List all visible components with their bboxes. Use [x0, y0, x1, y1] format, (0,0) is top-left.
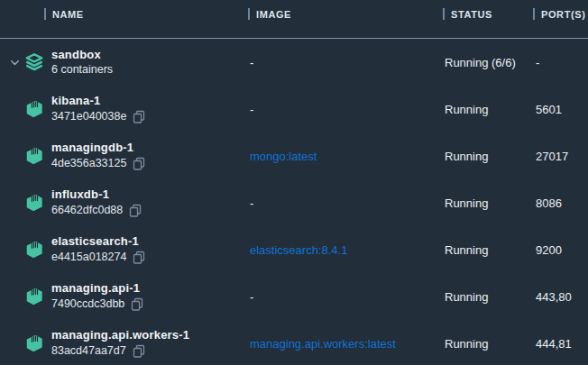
container-subtext: 66462dfc0d88 — [51, 205, 123, 216]
ports-value: 27017 — [536, 150, 568, 163]
container-name: sandbox — [51, 49, 113, 60]
copy-button[interactable] — [133, 110, 145, 123]
container-name: managingdb-1 — [51, 141, 145, 153]
table-header: NAME IMAGE STATUS PORT(S) — [0, 0, 588, 39]
status-cell: Running — [437, 196, 528, 210]
copy-icon — [131, 297, 143, 311]
ports-cell: 5601 — [528, 103, 588, 116]
image-cell: - — [242, 56, 437, 69]
copy-icon — [133, 344, 145, 358]
column-header-name-label: NAME — [52, 9, 84, 20]
image-cell: managing.api.workers:latest — [242, 337, 437, 351]
table-body: sandbox 6 containers - Running (6/6) - — [0, 39, 588, 365]
status-value: Running — [445, 196, 488, 210]
image-value: - — [250, 103, 253, 116]
column-divider — [533, 8, 535, 20]
ports-cell: 9200 — [528, 243, 588, 257]
name-cell: managingdb-1 4de356a33125 — [0, 141, 242, 170]
row-icon-slot — [24, 240, 44, 260]
container-subtext: 4de356a33125 — [51, 158, 126, 169]
column-header-image: IMAGE — [242, 0, 437, 20]
name-cell: managing.api.workers-1 83acd47aa7d7 — [0, 329, 242, 358]
status-value: Running — [445, 337, 488, 351]
column-divider — [443, 8, 445, 20]
container-icon — [24, 287, 44, 306]
containers-table: NAME IMAGE STATUS PORT(S) sandbox — [0, 0, 588, 365]
image-link[interactable]: elasticsearch:8.4.1 — [250, 243, 347, 257]
image-link[interactable]: mongo:latest — [250, 150, 317, 163]
copy-button[interactable] — [133, 344, 145, 358]
row-icon-slot — [24, 287, 44, 306]
ports-value: 9200 — [536, 243, 562, 257]
column-header-image-label: IMAGE — [256, 9, 291, 20]
copy-button[interactable] — [133, 157, 145, 170]
copy-icon — [133, 251, 145, 264]
table-row-sandbox[interactable]: sandbox 6 containers - Running (6/6) - — [0, 39, 588, 86]
copy-button[interactable] — [131, 297, 143, 311]
container-icon — [24, 193, 44, 213]
stack-icon — [24, 52, 44, 72]
container-subtext: 83acd47aa7d7 — [51, 345, 126, 357]
ports-cell: 444,81 — [528, 337, 588, 351]
ports-value: - — [536, 56, 539, 69]
status-cell: Running — [437, 150, 528, 163]
ports-value: 444,81 — [536, 337, 572, 351]
column-header-ports: PORT(S) — [528, 0, 588, 20]
row-icon-slot — [24, 193, 44, 213]
ports-cell: 443,80 — [528, 290, 588, 304]
row-icon-slot — [24, 99, 44, 119]
table-row-managing.api-1[interactable]: managing.api-1 7490ccdc3dbb - Running 44… — [0, 273, 588, 320]
expand-chevron-slot[interactable] — [9, 57, 24, 68]
status-value: Running (6/6) — [445, 56, 516, 69]
container-icon — [24, 240, 44, 260]
image-link[interactable]: managing.api.workers:latest — [250, 337, 396, 351]
container-icon — [24, 99, 44, 119]
column-header-name: NAME — [0, 0, 242, 20]
name-cell: sandbox 6 containers — [0, 49, 242, 76]
row-icon-slot — [24, 333, 44, 353]
status-cell: Running — [437, 243, 528, 257]
container-subtext: 6 containers — [51, 64, 113, 76]
status-cell: Running — [437, 290, 528, 304]
name-cell: kibana-1 3471e040038e — [0, 95, 242, 123]
column-divider — [248, 8, 250, 20]
status-value: Running — [445, 150, 488, 163]
status-cell: Running — [437, 103, 528, 116]
container-name: influxdb-1 — [51, 188, 142, 200]
table-row-influxdb-1[interactable]: influxdb-1 66462dfc0d88 - Running 8086 — [0, 179, 588, 226]
container-icon — [24, 146, 44, 166]
row-icon-slot — [24, 52, 44, 72]
row-icon-slot — [24, 146, 44, 166]
copy-icon — [129, 204, 142, 217]
container-icon — [24, 333, 44, 353]
table-row-managing.api.workers-1[interactable]: managing.api.workers-1 83acd47aa7d7 mana… — [0, 320, 588, 365]
image-cell: - — [242, 196, 437, 210]
table-row-kibana-1[interactable]: kibana-1 3471e040038e - Running 5601 — [0, 86, 588, 132]
table-row-elasticsearch-1[interactable]: elasticsearch-1 e4415a018274 elasticsear… — [0, 226, 588, 273]
copy-icon — [133, 157, 145, 170]
image-value: - — [250, 290, 253, 304]
ports-cell: 27017 — [528, 150, 588, 163]
container-subtext: 3471e040038e — [51, 111, 126, 123]
table-row-managingdb-1[interactable]: managingdb-1 4de356a33125 mongo:latest R… — [0, 132, 588, 179]
image-cell: - — [242, 103, 437, 116]
ports-value: 5601 — [536, 103, 562, 116]
ports-cell: - — [528, 56, 588, 69]
container-name: managing.api-1 — [51, 282, 143, 294]
copy-button[interactable] — [133, 251, 145, 264]
status-value: Running — [445, 290, 488, 304]
copy-button[interactable] — [129, 204, 142, 217]
image-value: - — [250, 196, 253, 210]
status-cell: Running — [437, 337, 528, 351]
copy-icon — [133, 110, 145, 123]
column-header-ports-label: PORT(S) — [541, 9, 585, 20]
container-name: kibana-1 — [51, 95, 145, 106]
status-value: Running — [445, 243, 488, 257]
image-cell: - — [242, 290, 437, 304]
column-header-status-label: STATUS — [451, 9, 492, 20]
ports-cell: 8086 — [528, 196, 588, 210]
name-cell: influxdb-1 66462dfc0d88 — [0, 188, 242, 217]
status-cell: Running (6/6) — [437, 56, 528, 69]
status-value: Running — [445, 103, 488, 116]
image-cell: elasticsearch:8.4.1 — [242, 243, 437, 257]
